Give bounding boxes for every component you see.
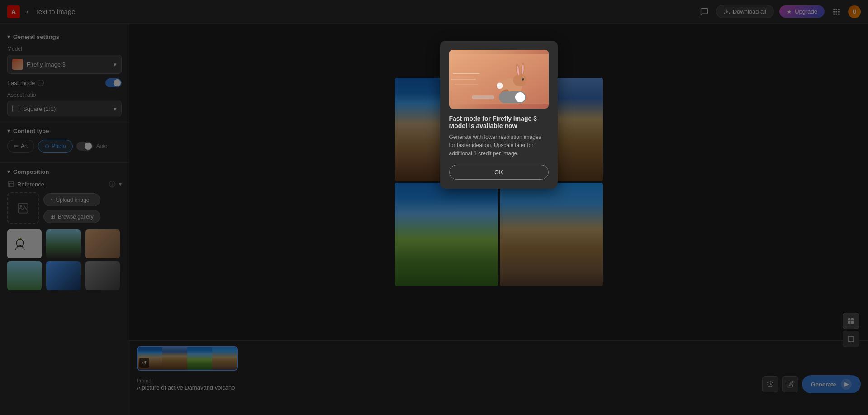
svg-point-29 [521, 78, 523, 80]
svg-point-34 [496, 83, 503, 89]
svg-point-30 [522, 78, 523, 79]
svg-point-31 [525, 81, 526, 83]
modal-title: Fast mode for Firefly Image 3 Model is a… [449, 115, 549, 129]
fast-mode-modal: Fast mode for Firefly Image 3 Model is a… [440, 41, 558, 189]
modal-fast-mode-toggle[interactable] [499, 91, 526, 103]
modal-overlay: Fast mode for Firefly Image 3 Model is a… [0, 0, 868, 415]
modal-description: Generate with lower resolution images fo… [449, 133, 549, 157]
modal-illustration [449, 50, 549, 109]
modal-ok-button[interactable]: OK [449, 165, 549, 180]
